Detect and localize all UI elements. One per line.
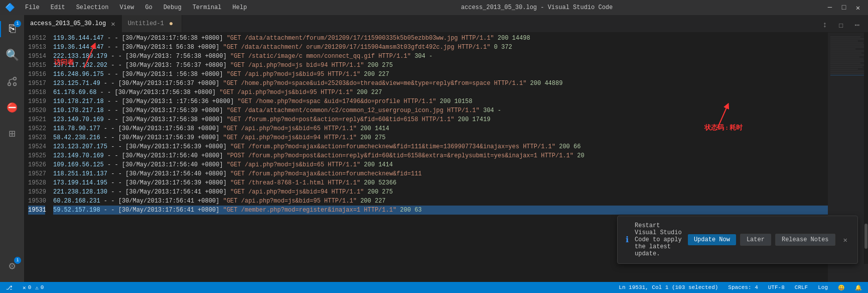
line-numbers: 19512 19513 19514 19515 19516 19517 1951… <box>24 33 49 282</box>
svg-rect-29 <box>864 224 867 249</box>
code-line-19530: 60.28.168.231 - - [30/May/2013:17:56:41 … <box>53 197 828 206</box>
code-line-19514: 222.133.189.179 - - [30/May/2013: 7:56:3… <box>53 52 828 61</box>
maximize-button[interactable]: □ <box>839 3 849 13</box>
activity-bar: ⎘ 1 🔍 ⛔ ⊞ <box>0 15 24 282</box>
menu-debug[interactable]: Debug <box>162 3 184 12</box>
status-encoding[interactable]: UTF-8 <box>766 282 787 293</box>
code-line-19526: 109.169.56.125 - - [30/May/2013:17:56:40… <box>53 160 828 169</box>
tab-bar: access_2013_05_30.log ✕ Untitled-1 ● ↕ ☐… <box>24 15 868 33</box>
svg-rect-9 <box>830 39 865 39</box>
notification-close-icon[interactable]: ✕ <box>841 235 849 245</box>
svg-rect-23 <box>830 67 862 67</box>
bell-icon: 🔔 <box>855 284 862 291</box>
split-editor-icon[interactable]: ↕ <box>818 18 832 32</box>
code-line-19525: 123.149.70.169 - - [30/May/2013:17:56:40… <box>53 151 828 160</box>
menu-go[interactable]: Go <box>143 3 154 12</box>
status-feedback[interactable]: 😀 <box>836 282 847 293</box>
code-line-19527: 118.251.191.137 - - [30/May/2013:17:56:4… <box>53 169 828 178</box>
svg-point-2 <box>14 83 17 86</box>
tab-label-log: access_2013_05_30.log <box>30 20 106 27</box>
code-line-19522: 118.78.90.177 - - [30/May/2013:17:56:38 … <box>53 124 828 133</box>
code-line-19519: 110.178.217.18 - - [30/May/2013:1█:17:56… <box>53 97 828 106</box>
status-branch[interactable]: ⎇ <box>4 282 15 293</box>
status-bell[interactable]: 🔔 <box>853 282 864 293</box>
status-spaces[interactable]: Spaces: 4 <box>726 282 760 293</box>
svg-rect-22 <box>830 65 865 65</box>
notification-buttons: Update Now Later Release Notes <box>688 234 835 246</box>
activity-settings[interactable]: ⚙ 1 <box>0 254 24 278</box>
menu-terminal[interactable]: Terminal <box>191 3 224 12</box>
error-icon: ✕ <box>23 284 26 291</box>
svg-rect-27 <box>830 75 866 75</box>
svg-point-0 <box>8 83 11 86</box>
language-text: Log <box>818 284 828 290</box>
svg-rect-18 <box>830 57 859 57</box>
tab-log-file[interactable]: access_2013_05_30.log ✕ <box>24 15 122 32</box>
svg-rect-26 <box>830 73 864 73</box>
status-line-ending[interactable]: CRLF <box>793 282 810 293</box>
menu-selection[interactable]: Selection <box>74 3 111 12</box>
extensions-icon: ⊞ <box>9 127 15 141</box>
close-button[interactable]: ✕ <box>853 3 863 13</box>
activity-debug[interactable]: ⛔ <box>0 95 24 120</box>
window-controls: ─ □ ✕ <box>825 3 863 13</box>
svg-rect-21 <box>830 63 860 63</box>
git-icon <box>7 76 18 87</box>
svg-rect-13 <box>830 47 864 47</box>
menu-file[interactable]: File <box>23 3 42 12</box>
debug-icon: ⛔ <box>7 102 18 113</box>
svg-rect-8 <box>830 37 860 37</box>
release-notes-button[interactable]: Release Notes <box>775 234 835 246</box>
activity-search[interactable]: 🔍 <box>0 43 24 67</box>
error-count: 0 <box>28 284 32 290</box>
svg-rect-17 <box>830 55 865 55</box>
code-line-19523: 58.42.238.216 - - [30/May/2013:17:56:39 … <box>53 133 828 142</box>
status-language[interactable]: Log <box>816 282 830 293</box>
svg-line-4 <box>10 79 14 80</box>
spaces-text: Spaces: 4 <box>728 284 758 290</box>
encoding-text: UTF-8 <box>768 284 785 290</box>
menu-bar: File Edit Selection View Go Debug Termin… <box>23 3 249 12</box>
feedback-icon: 😀 <box>838 284 845 291</box>
svg-rect-24 <box>830 69 858 69</box>
notification-message: Restart Visual Studio Code to apply the … <box>635 222 682 257</box>
layout-icon[interactable]: ☐ <box>834 18 848 32</box>
editor-area: access_2013_05_30.log ✕ Untitled-1 ● ↕ ☐… <box>24 15 868 282</box>
menu-help[interactable]: Help <box>230 3 249 12</box>
code-line-19528: 173.199.114.195 - - [30/May/2013:17:56:3… <box>53 178 828 187</box>
menu-edit[interactable]: Edit <box>49 3 67 12</box>
git-branch-icon: ⎇ <box>6 284 13 291</box>
warning-count: 0 <box>41 284 44 290</box>
tab-close-log[interactable]: ✕ <box>111 20 115 28</box>
minimize-button[interactable]: ─ <box>825 3 835 13</box>
code-line-19520: 110.178.217.18 - - [30/May/2013:17:56:39… <box>53 106 828 115</box>
svg-rect-15 <box>830 51 868 51</box>
code-line-19531: 59.52.157.198 - - [30/May/2013:17:56:41 … <box>53 206 828 215</box>
later-button[interactable]: Later <box>740 234 771 246</box>
settings-badge: 1 <box>14 257 21 264</box>
code-line-19516: 116.248.96.175 - - [30/May/2013:1 :56:38… <box>53 70 828 79</box>
notification-toast: ℹ Restart Visual Studio Code to apply th… <box>617 216 858 264</box>
tab-untitled[interactable]: Untitled-1 ● <box>122 15 182 32</box>
main-layout: ⎘ 1 🔍 ⛔ ⊞ <box>0 15 868 282</box>
title-bar-left: 🔷 File Edit Selection View Go Debug Term… <box>5 3 249 13</box>
activity-git[interactable] <box>0 69 24 93</box>
code-line-19513: 119.36.144.147 - - [30/May/2013:1█56:38 … <box>53 43 828 52</box>
more-actions-icon[interactable]: ⋯ <box>850 18 864 32</box>
window-title: access_2013_05_30.log - Visual Studio Co… <box>461 4 613 11</box>
svg-rect-20 <box>830 61 867 61</box>
status-errors[interactable]: ✕ 0 ⚠ 0 <box>21 282 46 293</box>
svg-rect-14 <box>830 49 855 49</box>
update-now-button[interactable]: Update Now <box>688 234 736 245</box>
svg-rect-11 <box>830 43 863 43</box>
status-position[interactable]: Ln 19531, Col 1 (103 selected) <box>617 282 720 293</box>
activity-extensions[interactable]: ⊞ <box>0 122 24 146</box>
svg-rect-10 <box>830 41 858 41</box>
menu-view[interactable]: View <box>117 3 136 12</box>
activity-explorer[interactable]: ⎘ 1 <box>0 17 24 41</box>
warning-icon: ⚠ <box>35 284 39 291</box>
code-line-19521: 123.149.70.169 - - [30/May/2013:17:56:38… <box>53 115 828 124</box>
status-bar-right: Ln 19531, Col 1 (103 selected) Spaces: 4… <box>617 282 864 293</box>
tab-label-untitled: Untitled-1 <box>128 20 164 27</box>
tab-close-untitled[interactable]: ● <box>169 20 173 28</box>
